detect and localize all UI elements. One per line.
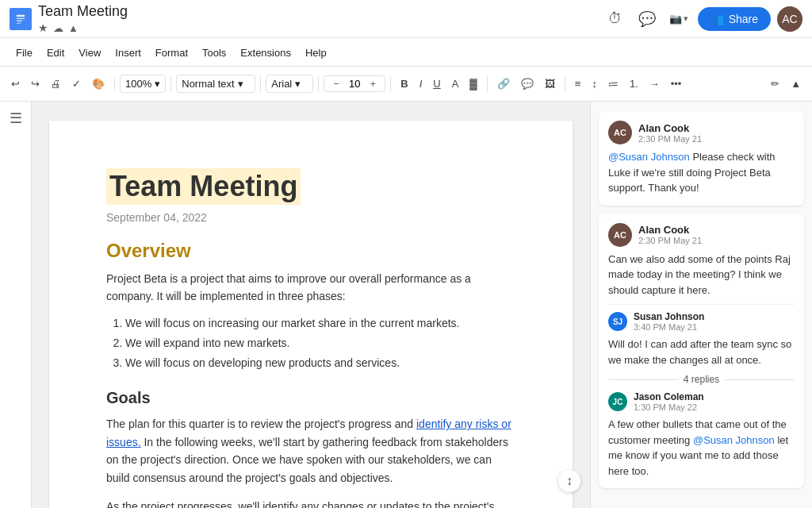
underline-button[interactable]: U bbox=[428, 75, 445, 93]
drive-icon[interactable]: ▲ bbox=[68, 22, 79, 34]
reply-divider: 4 replies bbox=[608, 374, 795, 385]
list-item: We will focus on developing new products… bbox=[125, 353, 515, 373]
menu-insert[interactable]: Insert bbox=[109, 44, 147, 62]
history-button[interactable]: ⏱ bbox=[603, 6, 628, 32]
top-bar: Team Meeting ★ ☁ ▲ ⏱ 💬 📷 ▾ 👥 Share AC bbox=[0, 0, 812, 38]
reply-1-header: SJ Susan Johnson 3:40 PM May 21 bbox=[608, 311, 795, 332]
reply-1-text: Will do! I can add after the team sync s… bbox=[608, 337, 795, 368]
present-button[interactable]: 📷 ▾ bbox=[666, 6, 691, 32]
goals-paragraph-1: The plan for this quarter is to review t… bbox=[106, 415, 515, 487]
last-reply-meta: Jason Coleman 1:30 PM May 22 bbox=[634, 391, 704, 412]
toolbar-divider-1 bbox=[114, 76, 115, 92]
overview-text: Project Beta is a project that aims to i… bbox=[106, 270, 515, 306]
font-size-value[interactable]: 10 bbox=[346, 78, 363, 90]
share-label: Share bbox=[729, 13, 758, 25]
star-icon[interactable]: ★ bbox=[38, 21, 48, 34]
svg-rect-2 bbox=[17, 17, 25, 19]
toolbar-divider-5 bbox=[390, 76, 391, 92]
italic-button[interactable]: I bbox=[415, 75, 427, 93]
title-icons: ★ ☁ ▲ bbox=[38, 21, 596, 34]
menu-edit[interactable]: Edit bbox=[40, 44, 71, 62]
goals-paragraph-2: As the project progresses, we'll identif… bbox=[106, 498, 515, 508]
comment-1-avatar: AC bbox=[608, 121, 632, 144]
svg-rect-4 bbox=[17, 22, 21, 24]
title-area: Team Meeting ★ ☁ ▲ bbox=[38, 3, 596, 34]
menu-extensions[interactable]: Extensions bbox=[234, 44, 297, 62]
list-ordered-button[interactable]: 1. bbox=[625, 75, 643, 93]
list-item: We will expand into new markets. bbox=[125, 333, 515, 353]
comment-1-header: AC Alan Cook 2:30 PM May 21 bbox=[608, 121, 795, 144]
scroll-indicator[interactable]: ↕ bbox=[558, 470, 580, 492]
reply-1-time: 3:40 PM May 21 bbox=[634, 322, 704, 332]
comment-card-1: AC Alan Cook 2:30 PM May 21 @Susan Johns… bbox=[599, 111, 804, 206]
undo-button[interactable]: ↩ bbox=[6, 75, 25, 93]
outline-icon[interactable]: ☰ bbox=[10, 110, 22, 127]
last-reply-time: 1:30 PM May 22 bbox=[634, 402, 704, 412]
highlight-button[interactable]: ▓ bbox=[465, 75, 481, 93]
last-reply-avatar: JC bbox=[608, 392, 627, 411]
document-page: Team Meeting September 04, 2022 Overview… bbox=[49, 121, 573, 508]
comments-button[interactable]: 💬 bbox=[634, 6, 660, 32]
comment-2-meta: Alan Cook 2:30 PM May 21 bbox=[638, 224, 702, 245]
menu-format[interactable]: Format bbox=[149, 44, 194, 62]
comment-2-header: AC Alan Cook 2:30 PM May 21 bbox=[608, 223, 795, 247]
indent-button[interactable]: → bbox=[645, 75, 665, 93]
font-select[interactable]: Arial▾ bbox=[266, 75, 313, 93]
paint-button[interactable]: 🎨 bbox=[87, 75, 109, 93]
redo-button[interactable]: ↪ bbox=[26, 75, 44, 93]
reply-1-author: Susan Johnson bbox=[634, 311, 704, 322]
collapse-toolbar-button[interactable]: ▲ bbox=[786, 75, 806, 93]
document-title[interactable]: Team Meeting bbox=[38, 3, 596, 20]
last-reply-author: Jason Coleman bbox=[634, 391, 704, 402]
align-button[interactable]: ≡ bbox=[570, 75, 586, 93]
font-size-increase[interactable]: + bbox=[364, 78, 381, 90]
font-size-decrease[interactable]: − bbox=[327, 78, 345, 90]
document-date: September 04, 2022 bbox=[106, 211, 515, 224]
document-area[interactable]: Team Meeting September 04, 2022 Overview… bbox=[32, 102, 590, 508]
pen-button[interactable]: ✏ bbox=[766, 75, 784, 93]
comment-2-time: 2:30 PM May 21 bbox=[638, 236, 702, 245]
user-avatar[interactable]: AC bbox=[777, 6, 802, 32]
line-spacing-button[interactable]: ↕ bbox=[587, 75, 602, 93]
more-button[interactable]: ••• bbox=[666, 75, 687, 93]
reply-line-left bbox=[608, 379, 679, 380]
share-button[interactable]: 👥 Share bbox=[698, 7, 771, 31]
menu-file[interactable]: File bbox=[10, 44, 39, 62]
last-reply-mention[interactable]: @Susan Johnson bbox=[693, 434, 775, 446]
reply-line-right bbox=[724, 379, 795, 380]
menu-tools[interactable]: Tools bbox=[196, 44, 232, 62]
last-reply: JC Jason Coleman 1:30 PM May 22 A few ot… bbox=[608, 391, 795, 479]
spellcheck-button[interactable]: ✓ bbox=[67, 75, 86, 93]
document-title-heading: Team Meeting bbox=[106, 168, 301, 205]
menu-view[interactable]: View bbox=[72, 44, 107, 62]
comments-panel: AC Alan Cook 2:30 PM May 21 @Susan Johns… bbox=[590, 102, 812, 508]
toolbar-divider-7 bbox=[565, 76, 565, 92]
style-select[interactable]: Normal text▾ bbox=[176, 75, 255, 93]
bullet-list: We will focus on increasing our market s… bbox=[125, 314, 515, 374]
zoom-select[interactable]: 100%▾ bbox=[120, 75, 166, 93]
reply-1-avatar: SJ bbox=[608, 312, 627, 331]
goals-text-before: The plan for this quarter is to review t… bbox=[106, 418, 416, 430]
reply-1: SJ Susan Johnson 3:40 PM May 21 Will do!… bbox=[608, 304, 795, 368]
comment-tool-button[interactable]: 💬 bbox=[516, 75, 538, 93]
overview-heading: Overview bbox=[106, 240, 515, 262]
toolbar-divider-4 bbox=[318, 76, 319, 92]
goals-heading: Goals bbox=[106, 389, 515, 407]
bold-button[interactable]: B bbox=[396, 75, 412, 93]
comment-card-2: AC Alan Cook 2:30 PM May 21 Can we also … bbox=[599, 214, 804, 489]
main-area: ☰ Team Meeting September 04, 2022 Overvi… bbox=[0, 102, 812, 508]
comment-2-avatar: AC bbox=[608, 223, 632, 247]
last-reply-header: JC Jason Coleman 1:30 PM May 22 bbox=[608, 391, 795, 412]
list-unordered-button[interactable]: ≔ bbox=[603, 75, 623, 93]
toolbar-divider-2 bbox=[170, 76, 171, 92]
print-button[interactable]: 🖨 bbox=[46, 75, 66, 93]
reply-count[interactable]: 4 replies bbox=[684, 374, 719, 385]
cloud-save-icon[interactable]: ☁ bbox=[53, 22, 63, 34]
menu-help[interactable]: Help bbox=[299, 44, 333, 62]
font-color-button[interactable]: A bbox=[447, 75, 464, 93]
image-button[interactable]: 🖼 bbox=[540, 75, 560, 93]
link-button[interactable]: 🔗 bbox=[492, 75, 515, 93]
goals-text-after: In the following weeks, we'll start by g… bbox=[106, 436, 508, 484]
comment-1-text: @Susan Johnson Please check with Luke if… bbox=[608, 149, 795, 196]
comment-1-mention[interactable]: @Susan Johnson bbox=[608, 151, 690, 163]
